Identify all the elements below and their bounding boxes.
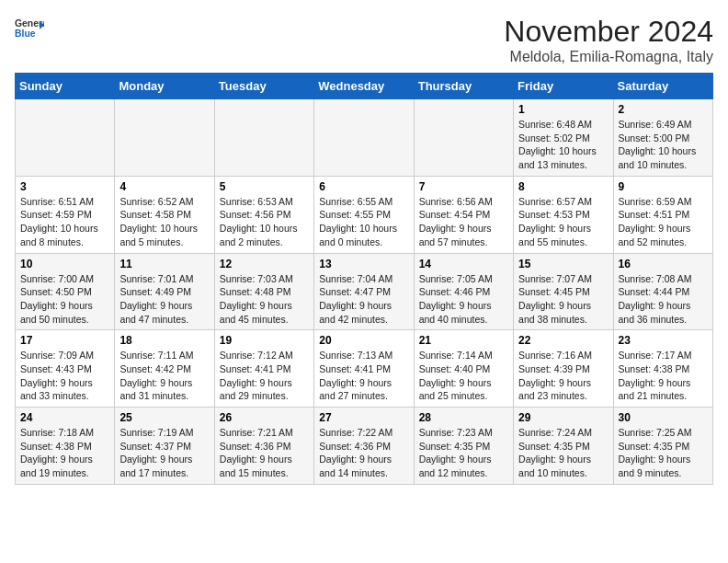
- day-info: Sunrise: 7:16 AM Sunset: 4:39 PM Dayligh…: [518, 349, 608, 403]
- weekday-thursday: Thursday: [414, 74, 513, 99]
- day-number: 3: [20, 180, 109, 193]
- title-area: November 2024 Meldola, Emilia-Romagna, I…: [504, 15, 713, 65]
- week-row-1: 1Sunrise: 6:48 AM Sunset: 5:02 PM Daylig…: [16, 99, 713, 177]
- day-number: 27: [319, 411, 408, 424]
- day-cell: 8Sunrise: 6:57 AM Sunset: 4:53 PM Daylig…: [514, 176, 613, 253]
- day-cell: 7Sunrise: 6:56 AM Sunset: 4:54 PM Daylig…: [414, 176, 513, 253]
- day-number: 4: [119, 180, 209, 193]
- day-info: Sunrise: 7:21 AM Sunset: 4:36 PM Dayligh…: [220, 426, 309, 480]
- day-number: 15: [518, 258, 608, 270]
- day-info: Sunrise: 7:00 AM Sunset: 4:50 PM Dayligh…: [20, 272, 109, 327]
- day-number: 2: [619, 103, 708, 116]
- day-info: Sunrise: 7:03 AM Sunset: 4:48 PM Dayligh…: [220, 272, 309, 327]
- weekday-tuesday: Tuesday: [214, 74, 313, 99]
- day-cell: 27Sunrise: 7:22 AM Sunset: 4:36 PM Dayli…: [314, 408, 414, 485]
- weekday-monday: Monday: [115, 74, 214, 99]
- weekday-saturday: Saturday: [613, 74, 712, 99]
- day-cell: [16, 99, 115, 177]
- day-info: Sunrise: 7:22 AM Sunset: 4:36 PM Dayligh…: [319, 426, 408, 480]
- day-info: Sunrise: 7:24 AM Sunset: 4:35 PM Dayligh…: [518, 426, 608, 480]
- week-row-3: 10Sunrise: 7:00 AM Sunset: 4:50 PM Dayli…: [16, 253, 713, 330]
- day-info: Sunrise: 7:08 AM Sunset: 4:44 PM Dayligh…: [619, 272, 708, 327]
- day-info: Sunrise: 7:25 AM Sunset: 4:35 PM Dayligh…: [619, 426, 708, 480]
- day-number: 20: [319, 334, 408, 347]
- day-number: 18: [119, 334, 209, 347]
- day-cell: 11Sunrise: 7:01 AM Sunset: 4:49 PM Dayli…: [115, 253, 214, 330]
- day-info: Sunrise: 6:53 AM Sunset: 4:56 PM Dayligh…: [220, 195, 309, 249]
- location-title: Meldola, Emilia-Romagna, Italy: [504, 49, 713, 65]
- day-number: 19: [220, 334, 309, 347]
- day-number: 29: [518, 411, 608, 424]
- day-cell: 10Sunrise: 7:00 AM Sunset: 4:50 PM Dayli…: [16, 253, 115, 330]
- day-cell: [214, 99, 313, 177]
- day-cell: 2Sunrise: 6:49 AM Sunset: 5:00 PM Daylig…: [613, 99, 712, 177]
- day-number: 6: [319, 180, 408, 193]
- day-number: 23: [619, 334, 708, 347]
- day-info: Sunrise: 7:07 AM Sunset: 4:45 PM Dayligh…: [518, 272, 608, 327]
- day-number: 10: [20, 258, 109, 270]
- day-cell: [414, 99, 513, 177]
- day-info: Sunrise: 7:13 AM Sunset: 4:41 PM Dayligh…: [319, 349, 408, 403]
- day-cell: 1Sunrise: 6:48 AM Sunset: 5:02 PM Daylig…: [514, 99, 613, 177]
- weekday-sunday: Sunday: [16, 74, 115, 99]
- day-info: Sunrise: 7:23 AM Sunset: 4:35 PM Dayligh…: [419, 426, 508, 480]
- calendar-table: SundayMondayTuesdayWednesdayThursdayFrid…: [15, 73, 713, 485]
- day-cell: 19Sunrise: 7:12 AM Sunset: 4:41 PM Dayli…: [214, 330, 313, 408]
- day-cell: 13Sunrise: 7:04 AM Sunset: 4:47 PM Dayli…: [314, 253, 414, 330]
- day-cell: 26Sunrise: 7:21 AM Sunset: 4:36 PM Dayli…: [214, 408, 313, 485]
- day-number: 26: [220, 411, 309, 424]
- day-info: Sunrise: 7:11 AM Sunset: 4:42 PM Dayligh…: [119, 349, 209, 403]
- day-number: 14: [419, 258, 508, 270]
- day-info: Sunrise: 7:12 AM Sunset: 4:41 PM Dayligh…: [220, 349, 309, 403]
- day-info: Sunrise: 6:57 AM Sunset: 4:53 PM Dayligh…: [518, 195, 608, 249]
- weekday-friday: Friday: [514, 74, 613, 99]
- day-cell: 25Sunrise: 7:19 AM Sunset: 4:37 PM Dayli…: [115, 408, 214, 485]
- day-number: 13: [319, 258, 408, 270]
- logo-icon: General Blue: [15, 15, 44, 44]
- day-number: 12: [220, 258, 309, 270]
- day-cell: 20Sunrise: 7:13 AM Sunset: 4:41 PM Dayli…: [314, 330, 414, 408]
- day-info: Sunrise: 6:51 AM Sunset: 4:59 PM Dayligh…: [20, 195, 109, 249]
- day-cell: 5Sunrise: 6:53 AM Sunset: 4:56 PM Daylig…: [214, 176, 313, 253]
- day-number: 11: [119, 258, 209, 270]
- day-info: Sunrise: 6:52 AM Sunset: 4:58 PM Dayligh…: [119, 195, 209, 249]
- day-number: 5: [220, 180, 309, 193]
- day-info: Sunrise: 6:55 AM Sunset: 4:55 PM Dayligh…: [319, 195, 408, 249]
- day-cell: 22Sunrise: 7:16 AM Sunset: 4:39 PM Dayli…: [514, 330, 613, 408]
- day-info: Sunrise: 7:19 AM Sunset: 4:37 PM Dayligh…: [119, 426, 209, 480]
- day-cell: 29Sunrise: 7:24 AM Sunset: 4:35 PM Dayli…: [514, 408, 613, 485]
- day-number: 28: [419, 411, 508, 424]
- day-cell: 15Sunrise: 7:07 AM Sunset: 4:45 PM Dayli…: [514, 253, 613, 330]
- day-number: 1: [518, 103, 608, 116]
- day-number: 25: [119, 411, 209, 424]
- header: General Blue November 2024 Meldola, Emil…: [15, 15, 713, 65]
- day-cell: 23Sunrise: 7:17 AM Sunset: 4:38 PM Dayli…: [613, 330, 712, 408]
- day-cell: 17Sunrise: 7:09 AM Sunset: 4:43 PM Dayli…: [16, 330, 115, 408]
- weekday-wednesday: Wednesday: [314, 74, 414, 99]
- day-number: 8: [518, 180, 608, 193]
- day-info: Sunrise: 7:17 AM Sunset: 4:38 PM Dayligh…: [619, 349, 708, 403]
- week-row-4: 17Sunrise: 7:09 AM Sunset: 4:43 PM Dayli…: [16, 330, 713, 408]
- day-info: Sunrise: 7:04 AM Sunset: 4:47 PM Dayligh…: [319, 272, 408, 327]
- day-info: Sunrise: 6:48 AM Sunset: 5:02 PM Dayligh…: [518, 118, 608, 172]
- day-info: Sunrise: 7:05 AM Sunset: 4:46 PM Dayligh…: [419, 272, 508, 327]
- day-cell: 14Sunrise: 7:05 AM Sunset: 4:46 PM Dayli…: [414, 253, 513, 330]
- day-cell: [314, 99, 414, 177]
- day-cell: 3Sunrise: 6:51 AM Sunset: 4:59 PM Daylig…: [16, 176, 115, 253]
- day-cell: 30Sunrise: 7:25 AM Sunset: 4:35 PM Dayli…: [613, 408, 712, 485]
- day-number: 30: [619, 411, 708, 424]
- day-cell: [115, 99, 214, 177]
- week-row-5: 24Sunrise: 7:18 AM Sunset: 4:38 PM Dayli…: [16, 408, 713, 485]
- day-info: Sunrise: 6:49 AM Sunset: 5:00 PM Dayligh…: [619, 118, 708, 172]
- day-cell: 12Sunrise: 7:03 AM Sunset: 4:48 PM Dayli…: [214, 253, 313, 330]
- day-info: Sunrise: 7:18 AM Sunset: 4:38 PM Dayligh…: [20, 426, 109, 480]
- day-cell: 9Sunrise: 6:59 AM Sunset: 4:51 PM Daylig…: [613, 176, 712, 253]
- day-number: 17: [20, 334, 109, 347]
- day-number: 16: [619, 258, 708, 270]
- day-cell: 16Sunrise: 7:08 AM Sunset: 4:44 PM Dayli…: [613, 253, 712, 330]
- weekday-header-row: SundayMondayTuesdayWednesdayThursdayFrid…: [16, 74, 713, 99]
- day-number: 21: [419, 334, 508, 347]
- day-cell: 18Sunrise: 7:11 AM Sunset: 4:42 PM Dayli…: [115, 330, 214, 408]
- day-info: Sunrise: 7:01 AM Sunset: 4:49 PM Dayligh…: [119, 272, 209, 327]
- day-info: Sunrise: 6:59 AM Sunset: 4:51 PM Dayligh…: [619, 195, 708, 249]
